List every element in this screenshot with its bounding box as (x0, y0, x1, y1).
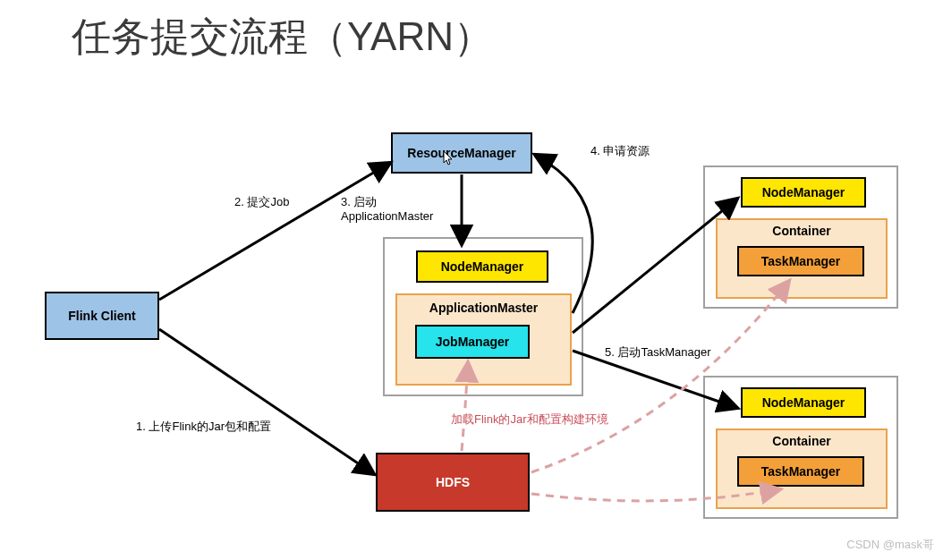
node-manager-main-box: NodeManager (416, 250, 548, 283)
step3b-label: ApplicationMaster (341, 209, 433, 223)
svg-line-1 (159, 329, 374, 474)
step3a-label: 3. 启动 (341, 194, 377, 210)
step1-label: 1. 上传Flink的Jar包和配置 (136, 419, 271, 435)
node-manager-bot-box: NodeManager (741, 387, 866, 418)
resource-manager-box: ResourceManager (391, 132, 532, 174)
load-label: 加载Flink的Jar和配置构建环境 (451, 412, 608, 428)
mouse-cursor-icon (443, 150, 455, 170)
step5-label: 5. 启动TaskManager (605, 344, 711, 361)
svg-line-0 (159, 163, 390, 300)
job-manager-box: JobManager (415, 325, 530, 359)
hdfs-box: HDFS (376, 453, 530, 512)
task-manager-top-box: TaskManager (737, 246, 864, 276)
step2-label: 2. 提交Job (234, 194, 289, 210)
step4-label: 4. 申请资源 (590, 143, 650, 159)
node-manager-top-box: NodeManager (741, 177, 866, 208)
task-manager-bot-box: TaskManager (737, 456, 864, 487)
flink-client-box: Flink Client (45, 292, 159, 340)
page-title: 任务提交流程（YARN） (72, 11, 493, 64)
watermark: CSDN @mask哥 (846, 537, 934, 553)
